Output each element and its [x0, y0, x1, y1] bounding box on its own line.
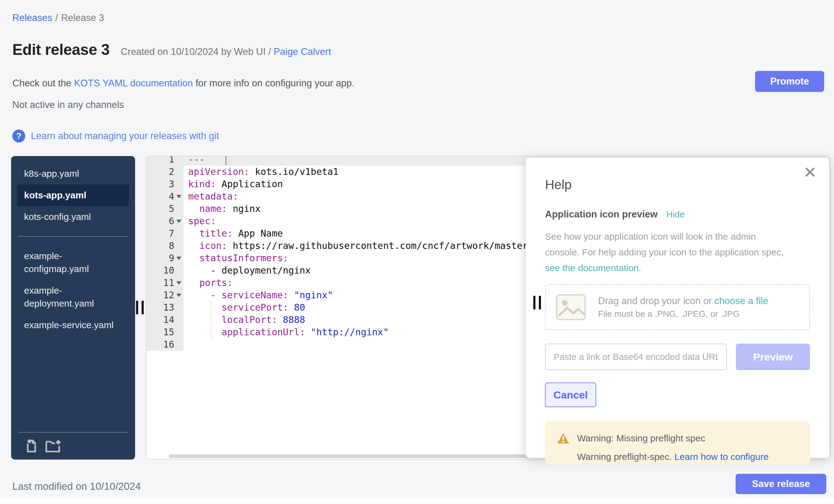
git-releases-link[interactable]: Learn about managing your releases with …	[31, 130, 219, 141]
dropzone-text: Drag and drop your icon or choose a file…	[598, 295, 768, 319]
line-number: 1	[147, 156, 183, 166]
last-modified-text: Last modified on 10/10/2024	[12, 481, 141, 492]
line-number: 7	[147, 227, 183, 240]
new-file-icon[interactable]	[25, 439, 38, 453]
line-number: 5	[147, 203, 183, 215]
pane-resize-handle-right[interactable]	[533, 296, 541, 309]
line-number: 3	[147, 178, 183, 190]
breadcrumb-releases-link[interactable]: Releases	[12, 12, 52, 23]
icon-preview-title: Application icon preview	[545, 209, 658, 220]
line-number: 2	[147, 166, 183, 178]
breadcrumb: Releases/Release 3	[12, 12, 104, 23]
line-number: 10	[147, 264, 183, 277]
indent-guide	[211, 301, 212, 338]
new-folder-icon[interactable]	[45, 439, 61, 453]
page-title: Edit release 3	[12, 41, 109, 59]
intro-text: Check out the KOTS YAML documentation fo…	[12, 78, 354, 89]
preflight-warning-box: Warning: Missing preflight spec Warning …	[545, 421, 810, 464]
question-icon: ?	[12, 130, 25, 143]
created-prefix: Created on 10/10/2024 by Web UI /	[120, 46, 271, 57]
description-line-2: console. For help adding your icon to th…	[545, 244, 810, 260]
warning-line-2: Warning preflight-spec. Learn how to con…	[577, 452, 798, 462]
file-tree-item[interactable]: k8s-app.yaml	[17, 163, 129, 184]
dropzone-prompt: Drag and drop your icon or	[598, 295, 714, 306]
intro-before: Check out the	[12, 78, 74, 89]
preview-button[interactable]: Preview	[736, 344, 810, 370]
breadcrumb-current: Release 3	[61, 12, 104, 23]
description-line-3: see the documentation.	[545, 260, 810, 276]
line-number: 9	[147, 252, 183, 264]
warning-triangle-icon	[557, 433, 570, 444]
warning-text: Warning: Missing preflight spec	[577, 433, 705, 443]
line-number: 8	[147, 240, 183, 252]
promote-button[interactable]: Promote	[755, 71, 824, 92]
file-tree-item[interactable]: example-configmap.yaml	[17, 245, 129, 280]
file-tree-item[interactable]: example-deployment.yaml	[17, 280, 129, 314]
warning-detail: Warning preflight-spec.	[577, 452, 675, 462]
fold-arrow-icon[interactable]	[176, 220, 181, 223]
line-number: 4	[147, 190, 183, 203]
fold-arrow-icon[interactable]	[176, 294, 181, 297]
file-tree-sidebar: k8s-app.yamlkots-app.yamlkots-config.yam…	[11, 156, 135, 460]
line-number: 11	[147, 277, 183, 289]
breadcrumb-separator: /	[55, 12, 58, 23]
file-tree-item[interactable]: kots-config.yaml	[17, 206, 129, 228]
line-number: 12	[147, 289, 183, 301]
fold-arrow-icon[interactable]	[176, 281, 181, 285]
channel-status: Not active in any channels	[12, 99, 124, 110]
icon-dropzone[interactable]: Drag and drop your icon or choose a file…	[545, 284, 810, 330]
help-panel: ✕ Help Application icon preview Hide See…	[526, 158, 829, 458]
see-documentation-link[interactable]: see the documentation	[545, 263, 639, 273]
line-number: 6	[147, 215, 183, 227]
cancel-button[interactable]: Cancel	[545, 382, 596, 407]
dropzone-line-1: Drag and drop your icon or choose a file	[598, 295, 768, 307]
git-help-row: ? Learn about managing your releases wit…	[12, 130, 219, 143]
learn-how-to-configure-link[interactable]: Learn how to configure	[675, 452, 769, 462]
help-title: Help	[545, 177, 810, 192]
fold-arrow-icon[interactable]	[176, 195, 181, 198]
kots-yaml-doc-link[interactable]: KOTS YAML documentation	[74, 78, 193, 89]
title-row: Edit release 3 Created on 10/10/2024 by …	[12, 41, 331, 59]
line-number: 13	[147, 301, 183, 314]
hide-link[interactable]: Hide	[666, 210, 685, 220]
file-tree-footer	[18, 432, 128, 454]
file-list: k8s-app.yamlkots-app.yamlkots-config.yam…	[11, 163, 135, 336]
line-number: 16	[147, 338, 183, 351]
icon-link-row: Preview	[545, 344, 810, 370]
file-tree-item[interactable]: example-service.yaml	[17, 314, 129, 336]
pane-resize-handle-left[interactable]	[136, 301, 144, 314]
created-info: Created on 10/10/2024 by Web UI / Paige …	[120, 46, 331, 57]
close-icon[interactable]: ✕	[803, 165, 817, 180]
line-number: 15	[147, 326, 183, 338]
description-period: .	[639, 263, 641, 273]
dropzone-file-requirements: File must be a .PNG, .JPEG, or .JPG	[598, 309, 768, 319]
file-list-divider	[18, 236, 128, 237]
intro-after: for more info on configuring your app.	[193, 78, 354, 89]
text-cursor	[225, 156, 226, 165]
save-release-button[interactable]: Save release	[736, 474, 826, 494]
choose-file-link[interactable]: choose a file	[714, 295, 768, 306]
warning-line-1: Warning: Missing preflight spec	[557, 433, 798, 444]
image-placeholder-icon	[556, 294, 586, 320]
icon-preview-description: See how your application icon will look …	[545, 228, 810, 276]
fold-arrow-icon[interactable]	[176, 257, 181, 260]
created-author-link[interactable]: Paige Calvert	[273, 46, 331, 57]
bottom-strip	[0, 497, 834, 504]
description-line-1: See how your application icon will look …	[545, 228, 810, 244]
icon-preview-section-header: Application icon preview Hide	[545, 209, 810, 220]
line-number: 14	[147, 314, 183, 326]
icon-link-input[interactable]	[545, 344, 727, 370]
file-tree-item[interactable]: kots-app.yaml	[17, 184, 129, 206]
